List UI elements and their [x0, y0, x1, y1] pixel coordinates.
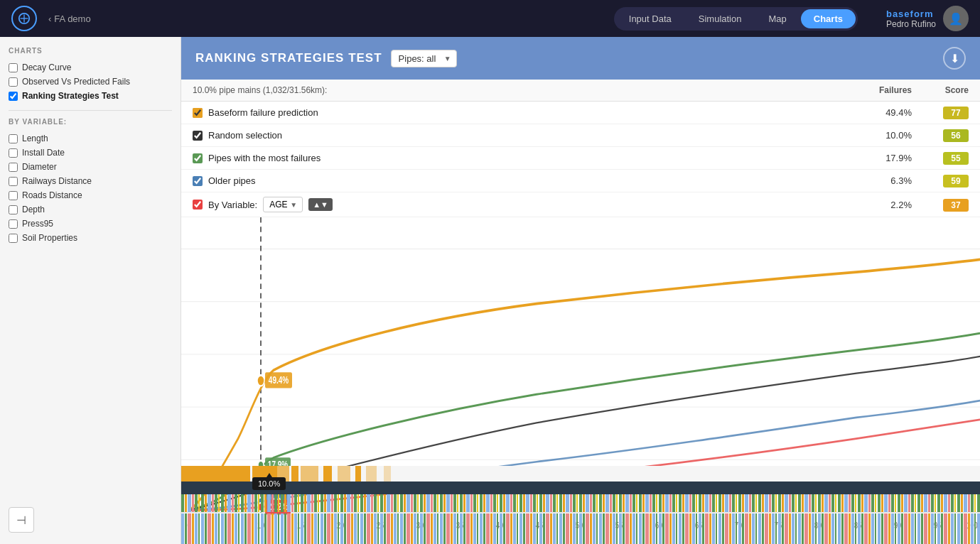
back-arrow: ‹ — [48, 13, 51, 24]
colorful-band — [181, 494, 980, 544]
username: Pedro Rufino — [886, 19, 936, 29]
table-header: 10.0% pipe mains (1,032/31.56km): Failur… — [181, 80, 980, 102]
svg-point-10 — [257, 376, 264, 386]
tab-charts[interactable]: Charts — [801, 9, 856, 28]
score-col-header: Score — [912, 85, 969, 95]
variable-select-wrapper: AGE — [263, 197, 303, 212]
tab-map[interactable]: Map — [755, 9, 799, 28]
svg-rect-53 — [338, 466, 350, 482]
brand-name: baseform — [886, 9, 936, 19]
random-score-badge: 56 — [943, 129, 969, 142]
row-label-baseform: Baseform failure prediction — [193, 107, 826, 118]
diameter-label: Diameter — [22, 162, 57, 172]
sidebar-item-observed-vs-predicted[interactable]: Observed Vs Predicted Fails — [9, 75, 172, 89]
most-failures-score-badge: 55 — [943, 152, 969, 165]
position-value: 10.0% — [258, 479, 280, 488]
marker-arrow — [266, 473, 272, 477]
baseform-score-badge: 77 — [943, 107, 969, 119]
sidebar-item-length[interactable]: Length — [9, 131, 172, 146]
depth-checkbox[interactable] — [9, 205, 18, 214]
soil-properties-label: Soil Properties — [22, 233, 77, 243]
pipes-dropdown-wrapper: Pipes: all — [391, 50, 457, 67]
svg-rect-54 — [355, 466, 361, 482]
download-button[interactable]: ⬇ — [943, 47, 966, 70]
collapse-sidebar-button[interactable]: ⊣ — [9, 507, 34, 533]
railways-distance-checkbox[interactable] — [9, 177, 18, 186]
most-failures-checkbox[interactable] — [193, 153, 203, 163]
svg-rect-51 — [301, 466, 318, 482]
colorful-band-svg — [181, 494, 980, 544]
sidebar-item-diameter[interactable]: Diameter — [9, 160, 172, 174]
avatar[interactable]: 👤 — [943, 6, 969, 31]
charts-section-title: CHARTS — [9, 47, 172, 55]
by-variable-score-badge: 37 — [943, 199, 969, 212]
variable-select[interactable]: AGE — [263, 197, 303, 212]
press95-checkbox[interactable] — [9, 219, 18, 229]
table-row: Random selection 10.0% 56 — [181, 124, 980, 147]
bottom-bands — [181, 466, 980, 544]
sidebar-item-press95[interactable]: Press95 — [9, 217, 172, 231]
main-layout: CHARTS Decay Curve Observed Vs Predicted… — [0, 37, 980, 544]
tab-input-data[interactable]: Input Data — [616, 9, 684, 28]
failures-col-header: Failures — [826, 85, 912, 95]
content-area: RANKING STRATEGIES TEST Pipes: all ⬇ 10.… — [181, 37, 980, 544]
length-label: Length — [22, 134, 48, 143]
row-label-older-pipes: Older pipes — [193, 175, 826, 186]
observed-vs-predicted-label: Observed Vs Predicted Fails — [22, 77, 130, 87]
diameter-checkbox[interactable] — [9, 163, 18, 172]
download-icon: ⬇ — [950, 52, 959, 65]
back-button[interactable]: ‹ FA demo — [48, 13, 91, 24]
railways-distance-label: Railways Distance — [22, 176, 92, 186]
ranking-strategies-checkbox[interactable] — [9, 92, 18, 101]
position-badge: 10.0% — [252, 477, 286, 490]
by-variable-text: By Variable: — [208, 200, 257, 210]
sidebar-item-roads-distance[interactable]: Roads Distance — [9, 188, 172, 202]
baseform-score: 77 — [912, 106, 969, 119]
decay-curve-checkbox[interactable] — [9, 63, 18, 72]
row-label-most-failures: Pipes with the most failures — [193, 153, 826, 163]
older-pipes-checkbox[interactable] — [193, 176, 203, 186]
user-info: baseform Pedro Rufino 👤 — [886, 6, 969, 31]
most-failures-value: 17.9% — [826, 153, 912, 163]
soil-properties-checkbox[interactable] — [9, 234, 18, 243]
by-variable-row: By Variable: AGE ▲▼ — [208, 197, 333, 212]
dark-band — [181, 482, 980, 494]
tab-simulation[interactable]: Simulation — [686, 9, 755, 28]
sort-button[interactable]: ▲▼ — [308, 198, 333, 211]
ranking-table: 10.0% pipe mains (1,032/31.56km): Failur… — [181, 80, 980, 217]
ranking-strategies-label: Ranking Strategies Test — [22, 91, 119, 101]
baseform-checkbox[interactable] — [193, 108, 203, 118]
roads-distance-checkbox[interactable] — [9, 191, 18, 200]
svg-rect-46 — [181, 466, 238, 482]
collapse-icon: ⊣ — [16, 513, 26, 527]
baseform-failures: 49.4% — [826, 107, 912, 118]
length-checkbox[interactable] — [9, 134, 18, 143]
sidebar-item-depth[interactable]: Depth — [9, 202, 172, 217]
sidebar-item-soil-properties[interactable]: Soil Properties — [9, 231, 172, 245]
pipes-dropdown[interactable]: Pipes: all — [391, 50, 457, 67]
svg-rect-52 — [323, 466, 332, 482]
random-checkbox[interactable] — [193, 131, 203, 141]
app-logo[interactable] — [11, 6, 37, 31]
most-failures-score: 55 — [912, 151, 969, 165]
install-date-checkbox[interactable] — [9, 148, 18, 158]
table-row: By Variable: AGE ▲▼ 2.2% 37 — [181, 192, 980, 217]
content-header: RANKING STRATEGIES TEST Pipes: all ⬇ — [181, 37, 980, 80]
sidebar-item-ranking-strategies[interactable]: Ranking Strategies Test — [9, 89, 172, 103]
sidebar-item-install-date[interactable]: Install Date — [9, 146, 172, 160]
svg-rect-47 — [239, 466, 250, 482]
observed-vs-predicted-checkbox[interactable] — [9, 77, 18, 87]
band-row-1 — [181, 466, 980, 482]
baseform-label: Baseform failure prediction — [208, 107, 318, 118]
sidebar-divider — [9, 110, 172, 111]
svg-rect-55 — [366, 466, 377, 482]
random-score: 56 — [912, 129, 969, 142]
sidebar-item-railways-distance[interactable]: Railways Distance — [9, 174, 172, 188]
sidebar-item-decay-curve[interactable]: Decay Curve — [9, 60, 172, 75]
top-nav: ‹ FA demo Input Data Simulation Map Char… — [0, 0, 980, 37]
random-failures: 10.0% — [826, 130, 912, 141]
chart-container: 49.4% 17.9% 10.0% 6.32% 2.22% 0 5 10 15 … — [181, 217, 980, 544]
by-variable-checkbox[interactable] — [193, 200, 203, 210]
svg-text:49.4%: 49.4% — [269, 375, 289, 386]
row-label-by-variable: By Variable: AGE ▲▼ — [193, 197, 826, 212]
